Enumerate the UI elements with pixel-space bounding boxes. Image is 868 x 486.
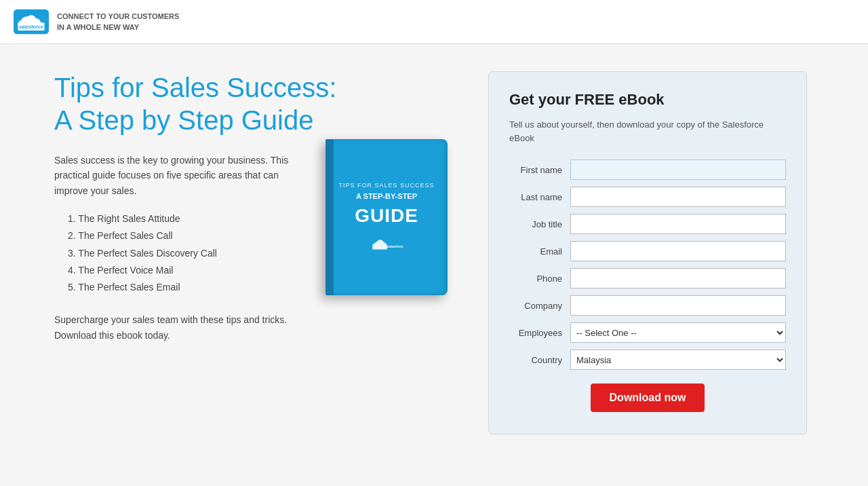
country-select[interactable]: Malaysia Singapore Indonesia Thailand Ph… bbox=[570, 350, 786, 370]
download-now-button[interactable]: Download now bbox=[591, 384, 705, 412]
job-title-input[interactable] bbox=[570, 214, 786, 234]
company-row: Company bbox=[509, 295, 786, 316]
svg-text:salesforce: salesforce bbox=[19, 24, 43, 30]
book-main-title: A STEP-BY-STEP bbox=[356, 191, 417, 201]
logo-container: salesforce CONNECT TO YOUR CUSTOMERS IN … bbox=[14, 9, 179, 35]
list-item: The Right Sales Attitude bbox=[68, 210, 312, 227]
first-name-input[interactable] bbox=[570, 160, 786, 180]
features-list: The Right Sales Attitude The Perfect Sal… bbox=[54, 210, 312, 296]
country-row: Country Malaysia Singapore Indonesia Tha… bbox=[509, 350, 786, 370]
employees-row: Employees -- Select One -- 1-10 11-50 51… bbox=[509, 322, 786, 343]
book-guide-text: GUIDE bbox=[355, 205, 418, 227]
book-salesforce-logo-icon: salesforce bbox=[370, 238, 403, 253]
last-name-input[interactable] bbox=[570, 187, 786, 207]
first-name-label: First name bbox=[509, 165, 570, 175]
email-row: Email bbox=[509, 241, 786, 261]
phone-input[interactable] bbox=[570, 268, 786, 288]
salesforce-logo-icon: salesforce bbox=[14, 9, 49, 35]
company-input[interactable] bbox=[570, 295, 786, 316]
description-text: Sales success is the key to growing your… bbox=[54, 153, 312, 198]
country-label: Country bbox=[509, 355, 570, 365]
site-header: salesforce CONNECT TO YOUR CUSTOMERS IN … bbox=[0, 0, 868, 44]
last-name-label: Last name bbox=[509, 192, 570, 202]
list-item: The Perfect Sales Email bbox=[68, 279, 312, 296]
svg-rect-11 bbox=[372, 244, 387, 249]
left-text: Sales success is the key to growing your… bbox=[54, 153, 312, 343]
form-title: Get your FREE eBook bbox=[509, 91, 786, 109]
book-subtitle: TIPS FOR SALES SUCCESS bbox=[338, 182, 434, 189]
header-tagline: CONNECT TO YOUR CUSTOMERS IN A WHOLE NEW… bbox=[57, 11, 179, 33]
last-name-row: Last name bbox=[509, 187, 786, 207]
job-title-label: Job title bbox=[509, 219, 570, 229]
book-image: TIPS FOR SALES SUCCESS A STEP-BY-STEP GU… bbox=[326, 139, 448, 295]
form-subtitle: Tell us about yourself, then download yo… bbox=[509, 118, 786, 145]
job-title-row: Job title bbox=[509, 214, 786, 234]
list-item: The Perfect Voice Mail bbox=[68, 262, 312, 279]
closing-text: Supercharge your sales team with these t… bbox=[54, 312, 312, 343]
email-label: Email bbox=[509, 246, 570, 257]
form-card: Get your FREE eBook Tell us about yourse… bbox=[488, 71, 807, 434]
page-title: Tips for Sales Success: A Step by Step G… bbox=[54, 71, 448, 136]
left-section: Tips for Sales Success: A Step by Step G… bbox=[54, 71, 448, 343]
employees-label: Employees bbox=[509, 328, 570, 338]
main-content: Tips for Sales Success: A Step by Step G… bbox=[27, 71, 841, 434]
list-item: The Perfect Sales Call bbox=[68, 227, 312, 244]
employees-select[interactable]: -- Select One -- 1-10 11-50 51-200 201-5… bbox=[570, 322, 786, 343]
phone-label: Phone bbox=[509, 274, 570, 284]
first-name-row: First name bbox=[509, 160, 786, 180]
email-input[interactable] bbox=[570, 241, 786, 261]
company-label: Company bbox=[509, 301, 570, 311]
book-cover: TIPS FOR SALES SUCCESS A STEP-BY-STEP GU… bbox=[326, 139, 448, 295]
left-content-row: Sales success is the key to growing your… bbox=[54, 153, 448, 343]
right-section: Get your FREE eBook Tell us about yourse… bbox=[488, 71, 807, 434]
list-item: The Perfect Sales Discovery Call bbox=[68, 245, 312, 262]
svg-text:salesforce: salesforce bbox=[387, 244, 403, 248]
phone-row: Phone bbox=[509, 268, 786, 288]
